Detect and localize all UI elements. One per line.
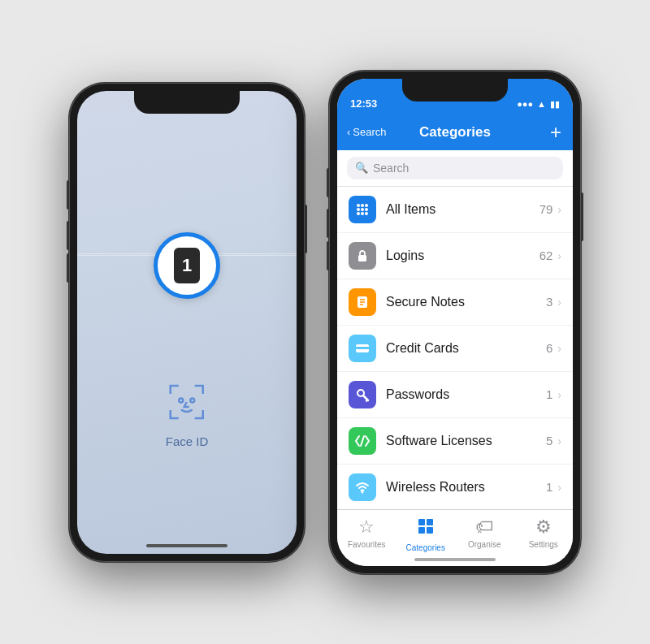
wireless-routers-label: Wireless Routers bbox=[386, 480, 546, 495]
logins-count: 62 bbox=[540, 249, 553, 262]
svg-line-23 bbox=[361, 436, 364, 446]
status-time: 12:53 bbox=[350, 97, 377, 110]
logo-icon: 1 bbox=[174, 248, 200, 283]
svg-point-10 bbox=[365, 212, 368, 215]
software-licenses-label: Software Licenses bbox=[386, 434, 546, 448]
svg-rect-30 bbox=[427, 527, 433, 534]
all-items-label: All Items bbox=[386, 202, 540, 217]
svg-point-8 bbox=[357, 212, 360, 215]
svg-point-0 bbox=[179, 398, 183, 402]
chevron-icon: › bbox=[557, 342, 561, 355]
svg-point-7 bbox=[365, 208, 368, 211]
favourites-label: Favourites bbox=[348, 540, 386, 549]
svg-point-6 bbox=[361, 208, 364, 211]
nav-back-button[interactable]: ‹ Search bbox=[347, 126, 387, 138]
categories-screen: 12:53 ●●● ▲ ▮▮ ‹ Search Categories + 🔍 S… bbox=[337, 79, 573, 566]
chevron-icon: › bbox=[557, 203, 561, 216]
organise-label: Organise bbox=[468, 540, 501, 549]
all-items-count: 79 bbox=[540, 202, 553, 216]
tab-categories[interactable]: Categories bbox=[396, 516, 456, 552]
search-input-box[interactable]: 🔍 Search bbox=[347, 157, 563, 179]
back-chevron-icon: ‹ bbox=[347, 126, 350, 138]
svg-rect-28 bbox=[427, 519, 433, 525]
categories-icon bbox=[416, 516, 436, 541]
tab-favourites[interactable]: ☆ Favourites bbox=[337, 516, 396, 549]
search-icon: 🔍 bbox=[355, 162, 368, 174]
organise-icon: 🏷 bbox=[475, 516, 493, 538]
signal-icon: ●●● bbox=[517, 99, 533, 109]
secure-notes-icon bbox=[349, 288, 376, 316]
category-item-passwords[interactable]: Passwords 1 › bbox=[337, 372, 573, 418]
home-indicator bbox=[146, 544, 228, 547]
face-id-screen: 1 bbox=[77, 91, 297, 554]
battery-icon: ▮▮ bbox=[550, 99, 560, 110]
chevron-icon: › bbox=[557, 249, 561, 262]
category-item-credit-cards[interactable]: Credit Cards 6 › bbox=[337, 326, 573, 372]
secure-notes-count: 3 bbox=[546, 295, 552, 309]
wireless-routers-icon bbox=[349, 473, 376, 501]
svg-point-24 bbox=[362, 491, 364, 493]
chevron-icon: › bbox=[557, 481, 561, 494]
svg-point-1 bbox=[190, 398, 194, 402]
back-label: Search bbox=[353, 126, 386, 138]
chevron-icon: › bbox=[557, 296, 561, 309]
svg-rect-29 bbox=[418, 527, 425, 534]
face-id-scan-icon bbox=[167, 379, 207, 428]
software-licenses-count: 5 bbox=[546, 434, 552, 447]
category-item-logins[interactable]: Logins 62 › bbox=[337, 233, 573, 279]
favourites-icon: ☆ bbox=[358, 516, 375, 538]
settings-icon: ⚙ bbox=[535, 516, 552, 538]
right-phone: 12:53 ●●● ▲ ▮▮ ‹ Search Categories + 🔍 S… bbox=[329, 71, 581, 574]
app-logo: 1 bbox=[154, 233, 219, 298]
search-bar[interactable]: 🔍 Search bbox=[337, 150, 573, 187]
passwords-icon bbox=[349, 381, 376, 408]
software-licenses-icon bbox=[349, 427, 376, 455]
category-item-wireless-routers[interactable]: Wireless Routers 1 › bbox=[337, 465, 573, 509]
svg-point-4 bbox=[365, 204, 368, 207]
chevron-icon: › bbox=[557, 434, 561, 447]
svg-point-12 bbox=[362, 257, 364, 259]
tab-organise[interactable]: 🏷 Organise bbox=[455, 516, 514, 549]
credit-cards-icon bbox=[349, 335, 376, 362]
svg-point-5 bbox=[357, 208, 360, 211]
notch bbox=[134, 91, 240, 114]
wifi-icon: ▲ bbox=[537, 99, 546, 109]
wireless-routers-count: 1 bbox=[546, 480, 552, 494]
all-items-icon bbox=[349, 196, 376, 223]
svg-rect-18 bbox=[356, 347, 369, 349]
home-indicator bbox=[414, 558, 496, 561]
category-item-all-items[interactable]: All Items 79 › bbox=[337, 187, 573, 233]
secure-notes-label: Secure Notes bbox=[386, 295, 546, 309]
svg-point-9 bbox=[361, 212, 364, 215]
logins-icon bbox=[349, 242, 376, 270]
left-phone: 1 bbox=[69, 83, 305, 562]
settings-label: Settings bbox=[529, 540, 558, 549]
search-placeholder: Search bbox=[373, 162, 409, 175]
category-list: All Items 79 › Logins 62 › Secure Notes … bbox=[337, 187, 573, 509]
credit-cards-label: Credit Cards bbox=[386, 341, 546, 356]
svg-point-3 bbox=[361, 204, 364, 207]
svg-point-2 bbox=[357, 204, 360, 207]
tab-settings[interactable]: ⚙ Settings bbox=[514, 516, 574, 549]
passwords-label: Passwords bbox=[386, 387, 546, 402]
logins-label: Logins bbox=[386, 249, 540, 263]
notch bbox=[402, 79, 508, 102]
nav-title: Categories bbox=[419, 124, 491, 140]
svg-rect-27 bbox=[418, 519, 425, 525]
face-id-label: Face ID bbox=[166, 434, 209, 448]
chevron-icon: › bbox=[557, 388, 561, 401]
category-item-secure-notes[interactable]: Secure Notes 3 › bbox=[337, 279, 573, 326]
nav-bar: ‹ Search Categories + bbox=[337, 115, 573, 150]
category-item-software-licenses[interactable]: Software Licenses 5 › bbox=[337, 418, 573, 465]
categories-label: Categories bbox=[406, 543, 445, 552]
passwords-count: 1 bbox=[546, 387, 552, 401]
status-icons: ●●● ▲ ▮▮ bbox=[517, 99, 560, 110]
face-id-section: Face ID bbox=[166, 379, 209, 448]
add-button[interactable]: + bbox=[550, 123, 561, 142]
background-lines bbox=[77, 91, 297, 554]
credit-cards-count: 6 bbox=[546, 341, 552, 355]
